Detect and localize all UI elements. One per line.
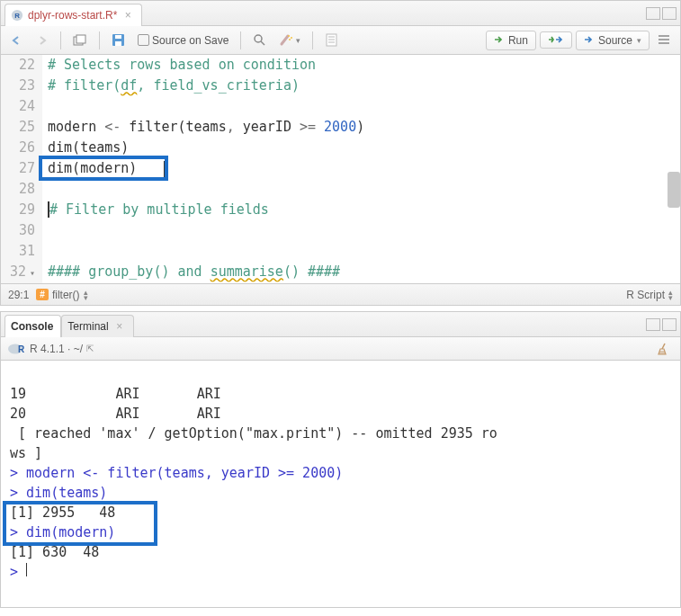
line-number: 29 (8, 200, 35, 220)
code-section-header: #### group_by() and summarise() #### (48, 262, 680, 282)
console-line: ws ] (10, 445, 42, 461)
source-on-save-checkbox[interactable]: Source on Save (133, 31, 233, 49)
code-area[interactable]: # Selects rows based on condition # filt… (42, 55, 680, 283)
rerun-icon (548, 35, 564, 45)
cursor-position: 29:1 (8, 289, 29, 301)
blank-line (48, 220, 680, 241)
run-button[interactable]: Run (486, 31, 536, 50)
pane-window-controls (646, 318, 680, 331)
run-label: Run (508, 34, 528, 47)
pane-window-controls (646, 7, 680, 20)
editor-toolbar: Source on Save ▾ Run Source ▾ (1, 26, 680, 55)
line-number: 31 (8, 241, 35, 262)
svg-point-9 (288, 35, 290, 37)
maximize-pane-icon[interactable] (662, 7, 677, 20)
minimize-pane-icon[interactable] (646, 7, 660, 20)
outline-button[interactable] (653, 31, 675, 49)
minimize-pane-icon[interactable] (646, 318, 660, 331)
show-in-new-window-button[interactable] (68, 31, 92, 49)
svg-line-8 (261, 41, 264, 45)
svg-point-7 (255, 35, 262, 42)
tab-filename: dplyr-rows-start.R* (28, 9, 117, 22)
console-tab[interactable]: Console (4, 315, 61, 337)
run-arrow-icon (494, 35, 506, 45)
language-mode-nav-icon[interactable]: ▴▾ (668, 290, 673, 300)
close-icon[interactable]: × (113, 320, 126, 333)
back-button[interactable] (6, 32, 28, 49)
forward-button[interactable] (31, 32, 53, 49)
line-number: 24 (8, 96, 35, 117)
r-logo-icon: R (6, 343, 26, 355)
console-line: 20 ARI ARI (10, 406, 221, 422)
scrollbar-thumb[interactable] (668, 172, 680, 208)
blank-line (48, 96, 680, 117)
source-on-save-label: Source on Save (152, 34, 228, 47)
editor-status-bar: 29:1 # filter() ▴▾ R Script ▴▾ (1, 283, 680, 305)
svg-point-11 (289, 39, 291, 40)
r-file-icon: R (11, 9, 23, 22)
checkbox-icon (138, 34, 149, 46)
console-tab-bar: Console Terminal × (1, 312, 680, 337)
clear-console-button[interactable] (652, 339, 675, 358)
blank-line (48, 179, 680, 200)
svg-text:R: R (14, 11, 20, 19)
code-comment: # filter(df, field_vs_criteria) (48, 77, 300, 94)
console-prompt[interactable]: > (10, 564, 27, 580)
save-button[interactable] (107, 31, 130, 49)
editor-tab-bar: R dplyr-rows-start.R* × (1, 1, 680, 26)
console-output[interactable]: 19 ARI ARI 20 ARI ARI [ reached 'max' / … (1, 361, 680, 557)
source-editor-pane: R dplyr-rows-start.R* × Source on Save ▾… (0, 0, 681, 306)
console-command: > dim(teams) (10, 485, 107, 501)
section-badge-icon: # (36, 289, 49, 300)
working-dir-popup-icon[interactable]: ⇱ (86, 344, 94, 353)
line-number-gutter: 22 23 24 25 26 27 28 29 30 31 32 ▾ (1, 55, 42, 283)
svg-rect-3 (76, 35, 85, 43)
line-number: 26 (8, 138, 35, 158)
find-button[interactable] (248, 31, 271, 49)
code-line-cursor: # Filter by multiple fields (48, 200, 680, 220)
svg-text:R: R (18, 344, 25, 354)
source-button[interactable]: Source ▾ (576, 31, 650, 50)
code-editor[interactable]: 22 23 24 25 26 27 28 29 30 31 32 ▾ # Sel… (1, 55, 680, 283)
console-prompt-info: R 4.1.1 · ~/ (30, 343, 83, 355)
svg-rect-6 (115, 35, 121, 39)
code-line: dim(teams) (48, 138, 680, 158)
source-arrow-icon (584, 35, 596, 45)
breadcrumb-function[interactable]: filter() (52, 289, 80, 301)
svg-rect-5 (115, 41, 121, 46)
maximize-pane-icon[interactable] (662, 318, 677, 331)
terminal-tab[interactable]: Terminal × (61, 315, 133, 337)
console-command: > dim(modern) (10, 524, 115, 540)
code-comment: # Selects rows based on condition (48, 57, 316, 73)
breadcrumb-nav-icon[interactable]: ▴▾ (84, 290, 88, 300)
editor-tab-active[interactable]: R dplyr-rows-start.R* × (4, 4, 142, 26)
rerun-button[interactable] (540, 31, 572, 49)
source-label: Source (598, 34, 632, 47)
console-tab-label: Console (11, 320, 53, 333)
compile-report-button[interactable] (320, 31, 343, 49)
console-line: [1] 2955 48 (10, 504, 115, 521)
line-number: 30 (8, 220, 35, 241)
console-line: 19 ARI ARI (10, 386, 221, 402)
console-command: > modern <- filter(teams, yearID >= 2000… (10, 465, 343, 481)
console-pane: Console Terminal × R R 4.1.1 · ~/ ⇱ 19 A… (0, 311, 681, 608)
code-line-highlighted: dim(modern) (48, 158, 680, 179)
fold-icon[interactable]: ▾ (26, 263, 35, 283)
terminal-tab-label: Terminal (67, 320, 108, 333)
line-number: 28 (8, 179, 35, 200)
toolbar-separator (60, 31, 61, 49)
toolbar-separator (312, 31, 313, 49)
code-tools-button[interactable]: ▾ (274, 31, 305, 49)
line-number: 23 (8, 76, 35, 96)
toolbar-separator (99, 31, 100, 49)
language-mode[interactable]: R Script (626, 289, 665, 301)
blank-line (48, 241, 680, 262)
console-toolbar: R R 4.1.1 · ~/ ⇱ (1, 337, 680, 361)
console-line: [1] 630 48 (10, 544, 99, 560)
line-number: 22 (8, 55, 35, 76)
close-icon[interactable]: × (121, 9, 134, 22)
line-number: 27 (8, 158, 35, 179)
svg-point-10 (291, 37, 292, 39)
broom-icon (657, 342, 670, 355)
line-number: 25 (8, 117, 35, 138)
